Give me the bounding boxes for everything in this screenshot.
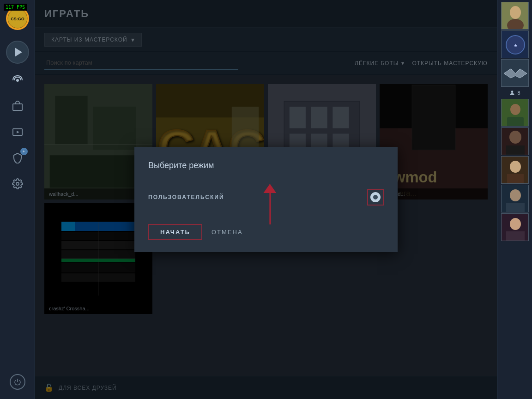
svg-rect-62 bbox=[506, 203, 525, 212]
svg-text:★: ★ bbox=[513, 43, 517, 48]
svg-rect-3 bbox=[13, 104, 22, 110]
svg-marker-5 bbox=[17, 131, 19, 133]
friends-number: 8 bbox=[517, 90, 520, 96]
sidebar-item-shield[interactable]: + bbox=[7, 148, 28, 168]
svg-point-52 bbox=[510, 104, 520, 115]
start-button[interactable]: НАЧАТЬ bbox=[148, 224, 202, 240]
svg-point-6 bbox=[16, 182, 19, 185]
avatar-user1[interactable] bbox=[501, 99, 529, 127]
avatar-user2[interactable] bbox=[501, 127, 529, 155]
svg-point-55 bbox=[509, 131, 521, 144]
svg-rect-53 bbox=[507, 117, 524, 127]
svg-rect-65 bbox=[506, 231, 525, 241]
svg-point-58 bbox=[510, 161, 521, 173]
power-button[interactable] bbox=[10, 374, 25, 390]
avatar-user3[interactable] bbox=[501, 156, 529, 184]
modal-overlay: Выберите режим ПОЛЬЗОВАТЕЛЬСКИЙ НАЧАТЬ О… bbox=[35, 0, 497, 399]
sidebar-item-settings[interactable] bbox=[7, 174, 28, 194]
svg-point-64 bbox=[510, 218, 521, 230]
custom-mode-radio[interactable] bbox=[367, 189, 384, 206]
fps-counter: 117 FPS bbox=[4, 4, 27, 11]
modal-title: Выберите режим bbox=[148, 161, 384, 170]
avatar-badge[interactable]: ★ bbox=[501, 30, 529, 58]
radio-dot bbox=[373, 195, 378, 200]
svg-text:CS:GO: CS:GO bbox=[11, 17, 24, 21]
friends-count: 8 bbox=[509, 90, 520, 96]
svg-point-2 bbox=[16, 79, 19, 82]
modal-buttons: НАЧАТЬ ОТМЕНА bbox=[148, 224, 384, 240]
sidebar-item-broadcast[interactable] bbox=[7, 70, 28, 91]
radio-inner bbox=[370, 192, 381, 202]
avatar-user5[interactable] bbox=[501, 213, 529, 241]
modal-option-label: ПОЛЬЗОВАТЕЛЬСКИЙ bbox=[148, 194, 224, 200]
play-button[interactable] bbox=[6, 41, 29, 64]
svg-point-50 bbox=[511, 91, 514, 93]
sidebar-bottom bbox=[10, 374, 25, 390]
avatar-user4[interactable] bbox=[501, 185, 529, 212]
avatar-rank[interactable] bbox=[501, 59, 529, 87]
cancel-button[interactable]: ОТМЕНА bbox=[212, 229, 243, 236]
shield-badge: + bbox=[20, 148, 28, 155]
right-sidebar: ★ 8 bbox=[497, 0, 532, 399]
svg-rect-56 bbox=[506, 145, 525, 155]
modal-option-row: ПОЛЬЗОВАТЕЛЬСКИЙ bbox=[148, 184, 384, 210]
avatar-main[interactable] bbox=[501, 2, 529, 30]
left-sidebar: CS:GO + bbox=[0, 0, 35, 399]
sidebar-item-watch[interactable] bbox=[7, 122, 28, 142]
svg-point-44 bbox=[510, 6, 521, 19]
mode-select-modal: Выберите режим ПОЛЬЗОВАТЕЛЬСКИЙ НАЧАТЬ О… bbox=[134, 147, 398, 252]
sidebar-item-inventory[interactable] bbox=[7, 96, 28, 116]
svg-rect-59 bbox=[507, 174, 524, 184]
svg-point-61 bbox=[510, 189, 521, 201]
